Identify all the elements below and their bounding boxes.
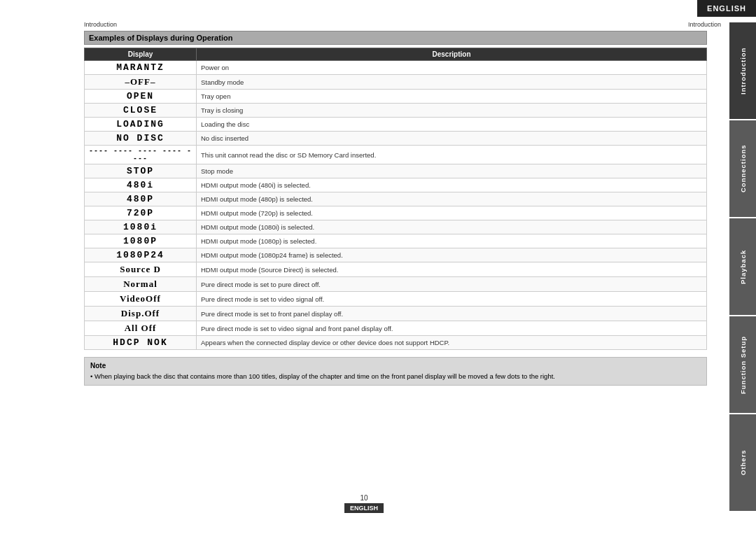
table-row-display-5: NO DISC [85, 132, 197, 146]
table-row-description-12: HDMI output mode (1080p) is selected. [197, 234, 707, 248]
sidebar-item-playback[interactable]: Playback [729, 217, 756, 315]
table-row-display-2: OPEN [85, 90, 197, 104]
table-row-description-1: Standby mode [197, 75, 707, 90]
table-row-display-0: MARANTZ [85, 61, 197, 75]
footer: 10 ENGLISH [0, 494, 728, 513]
table-row-display-17: Disp.Off [85, 307, 197, 321]
table-row-description-9: HDMI output mode (480p) is selected. [197, 192, 707, 206]
table-row-display-11: 1080i [85, 220, 197, 234]
table-row-description-13: HDMI output mode (1080p24 frame) is sele… [197, 248, 707, 262]
table-row-description-7: Stop mode [197, 164, 707, 178]
note-text: • When playing back the disc that contai… [90, 372, 701, 381]
note-box: Note • When playing back the disc that c… [84, 357, 707, 386]
table-row-display-14: Source D [85, 262, 197, 277]
sidebar-item-connections[interactable]: Connections [729, 119, 756, 217]
footer-english-label: ENGLISH [344, 503, 384, 513]
table-row-display-3: CLOSE [85, 104, 197, 118]
table-row-display-16: VideoOff [85, 292, 197, 307]
main-content: Introduction Examples of Displays during… [70, 21, 721, 386]
sidebar-nav: Introduction Connections Playback Functi… [729, 21, 756, 511]
table-row-description-2: Tray open [197, 90, 707, 104]
table-row-display-7: STOP [85, 164, 197, 178]
col2-header: Description [197, 48, 707, 61]
sidebar-item-function-setup[interactable]: Function Setup [729, 315, 756, 413]
col1-header: Display [85, 48, 197, 61]
section-label-left: Introduction [84, 21, 707, 28]
table-row-display-6: ---- ---- ---- ---- ---- [85, 146, 197, 164]
note-title: Note [90, 362, 701, 370]
table-row-display-1: –OFF– [85, 75, 197, 90]
table-row-display-18: All Off [85, 321, 197, 336]
table-row-display-10: 720P [85, 206, 197, 220]
section-title: Examples of Displays during Operation [84, 31, 707, 45]
sidebar-item-introduction[interactable]: Introduction [729, 21, 756, 119]
table-row-description-16: Pure direct mode is set to video signal … [197, 292, 707, 307]
table-row-description-18: Pure direct mode is set to video signal … [197, 321, 707, 336]
display-table: Display Description MARANTZPower on–OFF–… [84, 48, 707, 350]
table-row-description-11: HDMI output mode (1080i) is selected. [197, 220, 707, 234]
sidebar-item-others[interactable]: Others [729, 413, 756, 511]
table-row-display-19: HDCP NOK [85, 336, 197, 350]
table-row-description-4: Loading the disc [197, 118, 707, 132]
table-row-description-15: Pure direct mode is set to pure direct o… [197, 277, 707, 292]
table-row-description-17: Pure direct mode is set to front panel d… [197, 307, 707, 321]
section-label-right: Introduction [688, 21, 721, 28]
table-row-description-3: Tray is closing [197, 104, 707, 118]
table-row-display-15: Normal [85, 277, 197, 292]
table-row-description-5: No disc inserted [197, 132, 707, 146]
table-row-display-12: 1080P [85, 234, 197, 248]
footer-page: 10 [0, 494, 728, 502]
table-row-description-10: HDMI output mode (720p) is selected. [197, 206, 707, 220]
table-row-display-8: 480i [85, 178, 197, 192]
table-row-display-9: 480P [85, 192, 197, 206]
table-row-description-19: Appears when the connected display devic… [197, 336, 707, 350]
table-row-description-8: HDMI output mode (480i) is selected. [197, 178, 707, 192]
table-row-description-6: This unit cannot read the disc or SD Mem… [197, 146, 707, 164]
table-row-description-14: HDMI output mode (Source Direct) is sele… [197, 262, 707, 277]
table-row-display-4: LOADING [85, 118, 197, 132]
table-row-display-13: 1080P24 [85, 248, 197, 262]
table-row-description-0: Power on [197, 61, 707, 75]
english-tab: ENGLISH [697, 0, 756, 17]
